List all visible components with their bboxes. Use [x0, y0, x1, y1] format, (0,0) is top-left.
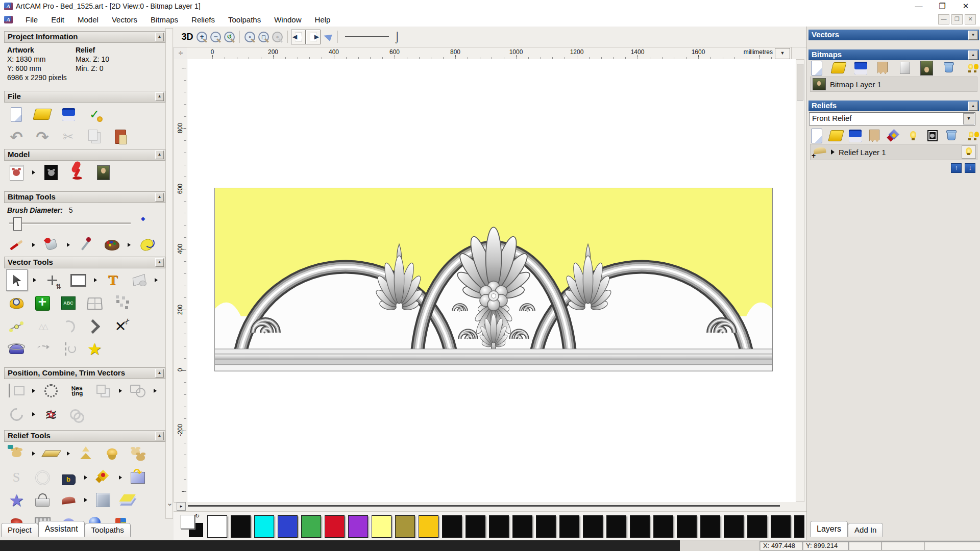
flyout-arrow-icon[interactable]: [67, 452, 70, 456]
horizontal-scrollbar-thumb[interactable]: [188, 505, 780, 507]
create-polyline-icon[interactable]: [6, 316, 27, 337]
collapse-button[interactable]: ▲: [155, 193, 164, 202]
palette-swatch-4[interactable]: [301, 515, 321, 538]
palette-swatch-12[interactable]: [489, 515, 509, 538]
palette-swatch-25[interactable]: [794, 515, 804, 538]
colour-picker-icon[interactable]: [76, 235, 96, 255]
join-vectors-icon[interactable]: [6, 404, 27, 424]
panel-scrollbar[interactable]: [165, 28, 173, 519]
undo-icon[interactable]: [6, 127, 27, 147]
primary-secondary-colours[interactable]: ↻: [181, 515, 204, 537]
text-block-icon[interactable]: [58, 293, 79, 313]
view-3d-button[interactable]: 3D: [180, 30, 195, 44]
star-wizard-icon[interactable]: [84, 339, 105, 359]
bitmap-to-vector-icon[interactable]: [136, 235, 157, 255]
create-rectangle-icon[interactable]: [68, 270, 88, 290]
restore-button[interactable]: ❐: [937, 2, 947, 11]
menu-model[interactable]: Model: [71, 13, 105, 26]
flyout-arrow-icon[interactable]: [33, 278, 36, 282]
palette-swatch-0[interactable]: [207, 515, 227, 538]
zoom-fit-icon[interactable]: [257, 30, 271, 44]
paint-brush-icon[interactable]: [6, 235, 27, 255]
flyout-arrow-icon[interactable]: [128, 243, 131, 247]
brush-diameter-slider-thumb[interactable]: [13, 217, 22, 231]
palette-swatch-3[interactable]: [278, 515, 298, 538]
palette-swatch-22[interactable]: [724, 515, 744, 538]
menu-file[interactable]: File: [19, 13, 44, 26]
flyout-arrow-icon[interactable]: [32, 243, 35, 247]
dropdown-arrow-icon[interactable]: ▼: [963, 113, 974, 124]
mdi-close-button[interactable]: ✕: [965, 14, 976, 24]
flyout-arrow-icon[interactable]: [84, 498, 87, 502]
fit-vectors-icon[interactable]: [32, 316, 53, 337]
copy-relief-icon[interactable]: [128, 443, 148, 464]
palette-swatch-7[interactable]: [372, 515, 391, 538]
create-arc-icon[interactable]: [58, 316, 79, 337]
vertical-scrollbar[interactable]: [796, 59, 804, 502]
palette-swatch-20[interactable]: [677, 515, 697, 538]
flyout-arrow-icon[interactable]: [84, 475, 87, 480]
new-relief-layer-icon[interactable]: [810, 129, 823, 142]
text-on-curve-icon[interactable]: [41, 381, 61, 401]
relief-envelope-icon[interactable]: [32, 490, 53, 510]
palette-swatch-10[interactable]: [442, 515, 462, 538]
palette-swatch-2[interactable]: [254, 515, 274, 538]
collapse-button[interactable]: ▲: [968, 51, 978, 60]
zoom-in-icon[interactable]: [195, 30, 209, 44]
open-bitmap-layer-icon[interactable]: [832, 61, 845, 74]
open-relief-layer-icon[interactable]: [829, 129, 843, 142]
collapse-button[interactable]: ▲: [155, 92, 164, 101]
trim-vectors-icon[interactable]: [110, 316, 131, 337]
block-copy-icon[interactable]: [93, 381, 113, 401]
pan-view-icon[interactable]: [321, 30, 334, 44]
palette-swatch-19[interactable]: [653, 515, 673, 538]
transform-vectors-icon[interactable]: [42, 270, 62, 290]
toggle-all-visibility-icon[interactable]: [964, 129, 977, 142]
flyout-arrow-icon[interactable]: [154, 389, 157, 393]
envelope-distort-icon[interactable]: [84, 293, 105, 313]
trash-icon[interactable]: [942, 61, 955, 74]
flyout-arrow-icon[interactable]: [119, 389, 122, 393]
palette-swatch-9[interactable]: [419, 515, 438, 538]
palette-swatch-17[interactable]: [606, 515, 626, 538]
palette-icon[interactable]: [102, 235, 122, 255]
relief-layer-item[interactable]: Relief Layer 1: [810, 144, 977, 160]
tab-toolpaths[interactable]: Toolpaths: [85, 523, 131, 537]
flyout-arrow-icon[interactable]: [155, 278, 158, 282]
align-vectors-icon[interactable]: [6, 381, 27, 401]
save-file-icon[interactable]: [58, 104, 79, 124]
palette-swatch-13[interactable]: [512, 515, 532, 538]
erase-vectors-icon[interactable]: [129, 270, 149, 290]
collapse-button[interactable]: ▲: [155, 258, 164, 267]
mdi-minimize-button[interactable]: —: [938, 14, 949, 24]
minimize-button[interactable]: —: [914, 2, 924, 11]
layer-visibility-icon[interactable]: [906, 129, 920, 142]
layer-visibility-button[interactable]: [962, 145, 976, 159]
expand-layer-icon[interactable]: [831, 149, 835, 155]
merge-relief-layers-icon[interactable]: [887, 129, 900, 142]
palette-swatch-14[interactable]: [536, 515, 556, 538]
transfer-to-bitmap-button[interactable]: [291, 30, 306, 44]
palette-swatch-24[interactable]: [771, 515, 791, 538]
collapse-button[interactable]: ▲: [155, 33, 164, 41]
palette-swatch-11[interactable]: [465, 515, 485, 538]
palette-swatch-16[interactable]: [583, 515, 603, 538]
tab-project[interactable]: Project: [1, 523, 38, 537]
menu-reliefs[interactable]: Reliefs: [185, 13, 222, 26]
tab-layers[interactable]: Layers: [810, 521, 848, 537]
lighting-icon[interactable]: [67, 162, 87, 183]
cut-icon[interactable]: [58, 127, 79, 147]
weave-wizard-icon[interactable]: [32, 467, 53, 488]
flyout-arrow-icon[interactable]: [32, 389, 35, 393]
zoom-out-icon[interactable]: [209, 30, 223, 44]
flood-fill-icon[interactable]: [41, 235, 61, 255]
delete-relief-layer-icon[interactable]: [868, 129, 881, 142]
flyout-arrow-icon[interactable]: [67, 243, 70, 247]
emboss-relief-icon[interactable]: [93, 490, 113, 510]
new-bitmap-layer-icon[interactable]: [810, 61, 823, 74]
palette-swatch-15[interactable]: [559, 515, 579, 538]
palette-swatch-21[interactable]: [700, 515, 720, 538]
delete-bitmap-layer-icon[interactable]: [876, 61, 889, 74]
paste-icon[interactable]: [110, 127, 131, 147]
create-text-icon[interactable]: [103, 270, 123, 290]
